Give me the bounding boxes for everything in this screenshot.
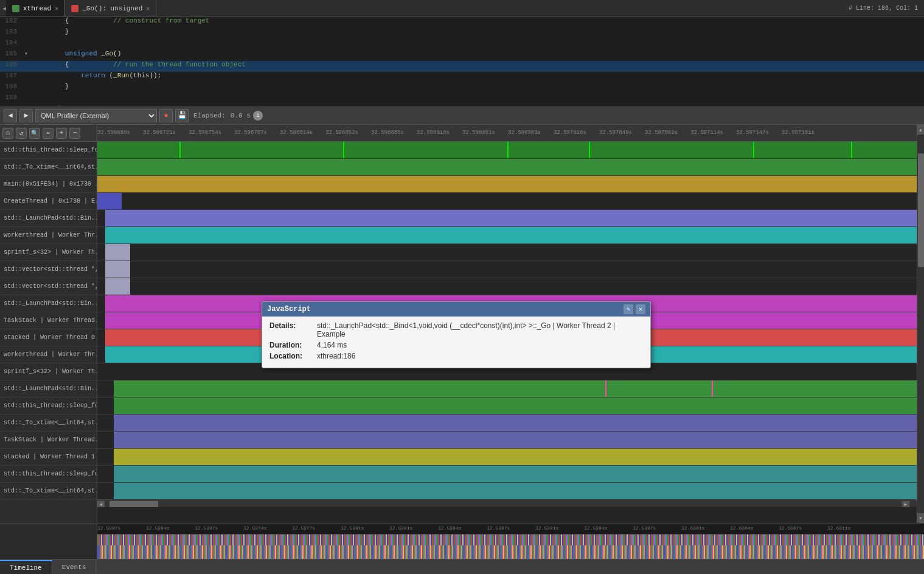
scroll-right-btn[interactable]: ▶ xyxy=(902,501,909,507)
code-line-187: 187 return (_Run(this)); xyxy=(0,72,924,83)
search-btn[interactable]: 🔍 xyxy=(29,128,40,139)
label-row-18[interactable]: stacked | Worker Thread 1 ... xyxy=(0,449,97,466)
timeline-row-3 xyxy=(97,193,917,210)
tooltip-body: Details: std::_LaunchPad<std::_Bind<1,vo… xyxy=(262,317,650,368)
profiler-selector[interactable]: QML Profiler (External) xyxy=(35,109,157,122)
label-row-9[interactable]: std::_LaunchPad<std::Bin... xyxy=(0,295,97,312)
label-row-13[interactable]: sprintf_s<32> | Worker Th... xyxy=(0,363,97,380)
label-row-4[interactable]: std::_LaunchPad<std::Bin... xyxy=(0,210,97,227)
label-row-8[interactable]: std::vector<std::thread *,... xyxy=(0,278,97,295)
close-tab2-icon[interactable]: ✕ xyxy=(146,5,150,12)
bottom-tabs: Timeline Events xyxy=(0,559,924,574)
tab-timeline[interactable]: Timeline xyxy=(0,560,52,574)
scrollbar-thumb[interactable] xyxy=(109,501,158,507)
timeline-row-0 xyxy=(97,142,917,159)
code-line-188: 188 } xyxy=(0,83,924,94)
label-row-10[interactable]: TaskStack | Worker Thread... xyxy=(0,312,97,329)
tick-marker xyxy=(343,142,344,158)
scroll-left-btn[interactable]: ◀ xyxy=(97,501,105,507)
label-row-11[interactable]: stacked | Worker Thread 0 ... xyxy=(0,329,97,346)
timeline-area: 32.596688s 32.596721s 32.596754s 32.5967… xyxy=(97,125,917,523)
bar-2-0[interactable] xyxy=(97,176,917,192)
tick-marker xyxy=(507,142,509,158)
btick-13: 32.6004s xyxy=(730,525,753,531)
refresh-btn[interactable]: ↺ xyxy=(16,128,27,139)
horizontal-scrollbar[interactable]: ▶ ◀ xyxy=(97,500,917,507)
bar-4-0[interactable] xyxy=(105,210,917,226)
scroll-down-btn[interactable]: ▼ xyxy=(917,513,924,523)
label-rows: std::this_thread::sleep_for... std::_To_… xyxy=(0,142,97,500)
record-btn[interactable]: ● xyxy=(159,109,173,122)
timeline-header: 32.596688s 32.596721s 32.596754s 32.5967… xyxy=(97,125,917,142)
timeline-row-4 xyxy=(97,210,917,227)
tooltip-location-row: Location: xthread:186 xyxy=(269,352,643,360)
label-row-1[interactable]: std::_To_xtime<__int64,st... xyxy=(0,159,97,176)
label-row-15[interactable]: std::this_thread::sleep_for... xyxy=(0,397,97,415)
tick-10: 32.597016s xyxy=(554,130,586,136)
bar-14-0[interactable] xyxy=(114,380,917,397)
tick-7: 32.596918s xyxy=(417,130,450,136)
tooltip-close-btn[interactable]: ✕ xyxy=(636,304,645,314)
code-line-189: 189 xyxy=(0,94,924,105)
scroll-up-btn[interactable]: ▲ xyxy=(917,125,924,135)
timeline-row-1 xyxy=(97,159,917,176)
zoom-out-btn[interactable]: − xyxy=(69,128,80,139)
timeline-row-14 xyxy=(97,380,917,397)
tooltip-actions: ✎ ✕ xyxy=(624,304,645,314)
label-row-2[interactable]: main:(0x51FE34) | 0x1730 ... xyxy=(0,176,97,193)
bar-15-0[interactable] xyxy=(114,397,917,414)
label-row-17[interactable]: TaskStack | Worker Thread... xyxy=(0,432,97,449)
tick-9: 32.596983s xyxy=(508,130,541,136)
label-row-14[interactable]: std::_LaunchPad<std::Bin... xyxy=(0,380,97,397)
tab-go[interactable]: _Go(): unsigned ✕ xyxy=(65,0,156,16)
forward-btn[interactable]: ▶ xyxy=(19,109,33,122)
bar-7-0[interactable] xyxy=(105,261,130,278)
label-row-6[interactable]: sprintf_s<32> | Worker Th... xyxy=(0,244,97,261)
save-btn[interactable]: 💾 xyxy=(175,109,189,122)
btick-3: 32.5974s xyxy=(243,525,266,531)
tab-xthread[interactable]: xthread ✕ xyxy=(6,0,65,16)
tick-3: 32.596787s xyxy=(234,130,267,136)
label-row-12[interactable]: workerthread | Worker Thr... xyxy=(0,346,97,363)
duration-value: 4.164 ms xyxy=(317,341,347,349)
tick-marker xyxy=(179,142,181,158)
bar-19-0[interactable] xyxy=(114,466,917,482)
tooltip-edit-btn[interactable]: ✎ xyxy=(624,304,633,314)
zoom-in-btn[interactable]: + xyxy=(56,128,67,139)
bottom-timeline: 32.5997s 32.5994s 32.5997s 32.5974s 32.5… xyxy=(0,523,924,559)
tab-events[interactable]: Events xyxy=(52,560,97,574)
label-row-3[interactable]: CreateThread | 0x1730 | E... xyxy=(0,193,97,210)
bar-8-0[interactable] xyxy=(105,278,130,295)
vert-thumb[interactable] xyxy=(918,153,924,267)
zoom-fit-btn[interactable]: ⬌ xyxy=(43,128,54,139)
bar-3-0[interactable] xyxy=(97,193,122,209)
elapsed-label: Elapsed: xyxy=(193,112,226,119)
bar-5-0[interactable] xyxy=(105,227,917,243)
label-row-20[interactable]: std::_To_xtime<__int64,st... xyxy=(0,483,97,500)
bar-1-0[interactable] xyxy=(97,159,917,175)
btick-12: 32.6001s xyxy=(681,525,704,531)
bar-20-0[interactable] xyxy=(114,483,917,499)
tick-4: 32.596819s xyxy=(280,130,313,136)
close-tab-icon[interactable]: ✕ xyxy=(55,5,58,12)
label-row-7[interactable]: std::vector<std::thread *,... xyxy=(0,261,97,278)
back-btn[interactable]: ◀ xyxy=(4,109,17,122)
label-row-0[interactable]: std::this_thread::sleep_for... xyxy=(0,142,97,159)
bar-18-0[interactable] xyxy=(114,449,917,465)
home-btn[interactable]: ⌂ xyxy=(2,128,13,139)
tooltip-header: JavaScript ✎ ✕ xyxy=(262,302,650,317)
code-line-184: 184 xyxy=(0,39,924,50)
code-editor: ◀ xthread ✕ _Go(): unsigned ✕ # Line: 18… xyxy=(0,0,924,107)
location-value: xthread:186 xyxy=(317,352,355,360)
bar-16-0[interactable] xyxy=(114,415,917,431)
btick-14: 32.6007s xyxy=(779,525,802,531)
bottom-labels xyxy=(0,523,97,559)
label-row-16[interactable]: std::_To_xtime<__int64,st... xyxy=(0,415,97,432)
label-row-19[interactable]: std::this_thread::sleep_for... xyxy=(0,466,97,483)
label-row-5[interactable]: workerthread | Worker Thr... xyxy=(0,227,97,244)
tooltip-details-row: Details: std::_LaunchPad<std::_Bind<1,vo… xyxy=(269,321,643,338)
vertical-scrollbar[interactable]: ▲ ▼ xyxy=(917,125,924,523)
bar-6-0[interactable] xyxy=(105,244,130,261)
bar-17-0[interactable] xyxy=(114,432,917,448)
profiler-toolbar: ◀ ▶ QML Profiler (External) ● 💾 Elapsed:… xyxy=(0,107,924,125)
